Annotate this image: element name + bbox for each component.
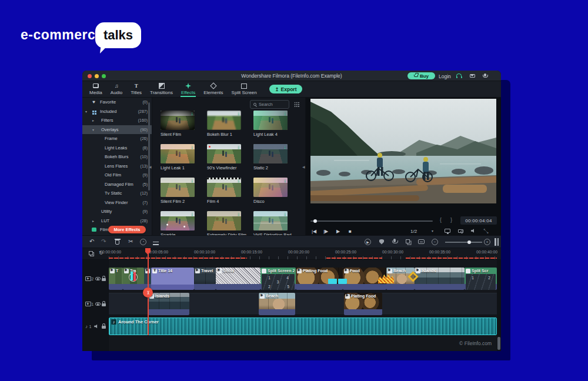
next-frame-button[interactable]: |▶ <box>323 229 328 234</box>
buy-button[interactable]: Buy <box>407 72 435 79</box>
timeline-clip[interactable]: Islands <box>148 293 189 315</box>
timeline-clip[interactable]: Beach <box>259 293 295 315</box>
effect-thumbnail[interactable]: ↓ <box>161 111 195 130</box>
timeline-zoom-slider[interactable] <box>445 242 482 243</box>
lock-track-icon[interactable] <box>102 278 106 282</box>
sidebar-category-item[interactable]: Filmstock More Effects <box>82 225 152 235</box>
record-voiceover-icon[interactable] <box>393 239 396 242</box>
download-icon[interactable]: ↓ <box>191 144 194 150</box>
timeline-clip[interactable]: Title 14 <box>151 268 194 290</box>
marker-icon[interactable] <box>418 239 425 244</box>
effect-item[interactable]: ↓ Film 4 <box>207 178 241 211</box>
sidebar-category-item[interactable]: Utility (9) <box>82 207 152 216</box>
library-tab[interactable]: Titles <box>126 81 146 97</box>
library-tab[interactable]: Elements <box>199 81 227 97</box>
download-icon[interactable]: ↓ <box>238 211 240 217</box>
toggle-visibility-eye-icon[interactable] <box>95 302 101 306</box>
mark-out-icon[interactable]: } <box>450 217 452 223</box>
timeline-clip[interactable]: Tra <box>123 268 144 290</box>
timeline-clip[interactable]: Plating Food <box>296 268 343 290</box>
lock-track-icon[interactable] <box>102 326 106 329</box>
download-icon[interactable]: ↓ <box>284 211 287 217</box>
chevron-icon[interactable]: ▸ <box>92 118 94 122</box>
download-icon[interactable]: ↓ <box>238 144 240 150</box>
delete-trash-icon[interactable] <box>115 240 119 245</box>
timeline-clip[interactable]: T <box>109 268 123 290</box>
effect-item[interactable]: ↓ Light Leak 4 <box>253 111 288 144</box>
sidebar-category-item[interactable]: Damaged Film (5) <box>82 180 152 189</box>
download-icon[interactable]: ↓ <box>284 178 287 183</box>
effect-thumbnail[interactable]: ↓ <box>207 111 241 130</box>
timeline-clip[interactable]: Snow <box>216 268 260 290</box>
library-tab[interactable]: Split Screen <box>228 81 261 97</box>
effect-thumbnail[interactable]: ↓ <box>161 211 195 230</box>
track-manager-icon[interactable] <box>495 238 500 246</box>
download-icon[interactable]: ↓ <box>191 211 194 217</box>
timeline-clip[interactable]: Plating Food <box>344 293 382 315</box>
mute-speaker-icon[interactable] <box>94 325 99 329</box>
effect-thumbnail[interactable]: ↓ <box>161 144 195 163</box>
download-icon[interactable]: ↓ <box>191 111 194 116</box>
effect-thumbnail[interactable]: ↓ <box>207 178 241 197</box>
effect-item[interactable]: ↓ Silent Film <box>161 111 195 144</box>
effect-thumbnail[interactable]: ↓ <box>207 211 241 230</box>
volume-speaker-icon[interactable] <box>471 229 476 233</box>
sidebar-category-item[interactable]: Bokeh Blurs (10) <box>82 152 152 162</box>
zoom-to-fit-icon[interactable]: + <box>484 239 490 245</box>
render-preview-icon[interactable]: ▶ <box>365 239 371 245</box>
mixer-layers-icon[interactable] <box>406 239 410 243</box>
advanced-settings-icon[interactable] <box>153 239 159 245</box>
download-icon[interactable]: ↓ <box>284 144 287 150</box>
support-headset-icon[interactable] <box>456 73 462 77</box>
download-icon[interactable]: ↓ <box>238 178 240 183</box>
split-scissors-icon[interactable]: ✂ <box>128 238 133 245</box>
effect-item[interactable]: ↓ Silent Film 2 <box>161 178 195 211</box>
download-icon[interactable]: ↓ <box>238 111 240 116</box>
library-tab[interactable]: Media <box>85 81 106 97</box>
sidebar-category-item[interactable]: Frame (26) <box>82 134 152 143</box>
lock-track-icon[interactable] <box>102 303 106 307</box>
grid-view-icon[interactable] <box>294 102 299 107</box>
library-tab[interactable]: Audio <box>106 81 126 97</box>
playhead-scissors-button[interactable] <box>143 288 153 298</box>
expand-preview-icon[interactable] <box>483 228 489 233</box>
effect-thumbnail[interactable]: ↓ <box>253 211 288 230</box>
scrollbar-thumb[interactable] <box>497 337 500 350</box>
sidebar-category-item[interactable]: Old Film (9) <box>82 171 152 180</box>
effect-item[interactable]: ↓ Static 2 <box>253 144 288 178</box>
sidebar-category-item[interactable]: Tv Static (12) <box>82 189 152 198</box>
effect-item[interactable]: ↓ Light Leak 1 <box>161 144 195 178</box>
sidebar-category-item[interactable]: Light Leaks (8) <box>82 143 152 153</box>
zoom-out-icon[interactable]: − <box>432 239 438 245</box>
effect-item[interactable]: ↓ Disco <box>253 178 288 211</box>
speed-dropdown-chevron-icon[interactable]: ▾ <box>432 229 433 233</box>
sidebar-category-item[interactable]: Lens Flares (13) <box>82 162 152 171</box>
audio-clip[interactable]: Around The Corner <box>109 317 497 335</box>
search-box[interactable] <box>250 100 289 109</box>
timeline-vertical-scrollbar[interactable] <box>497 260 501 351</box>
timeline-clip[interactable]: Travel <box>194 268 216 290</box>
login-button[interactable]: Login <box>439 73 451 79</box>
effect-thumbnail[interactable]: ↓ <box>253 178 288 197</box>
effect-thumbnail[interactable]: ↓ <box>161 178 195 197</box>
download-icon[interactable]: ↓ <box>191 178 194 183</box>
sidebar-category-item[interactable]: ▸ LUT (28) <box>82 216 152 226</box>
sidebar-category-item[interactable]: ▾ Included (287) <box>82 107 152 116</box>
stop-button[interactable]: ■ <box>349 229 352 234</box>
effect-thumbnail[interactable]: ↓ <box>207 144 241 163</box>
library-tab[interactable]: Transitions <box>146 81 177 97</box>
effect-thumbnail[interactable]: ↓ <box>253 111 288 130</box>
playback-speed-select[interactable]: 1/2 <box>410 229 417 234</box>
chevron-icon[interactable]: ▾ <box>85 109 87 113</box>
library-tab[interactable]: Effects <box>177 81 199 97</box>
timeline-clip[interactable]: 12 Split Scr <box>465 268 497 290</box>
preview-seek-handle[interactable] <box>313 219 317 223</box>
sidebar-category-item[interactable]: Favorite (0) <box>82 98 152 107</box>
timeline-zoom-handle[interactable] <box>467 240 471 244</box>
fullscreen-monitor-icon[interactable] <box>445 229 450 233</box>
redo-icon[interactable]: ↷ <box>101 238 106 245</box>
timeline-clip[interactable]: 14325 Split Screen 26 <box>260 268 296 290</box>
record-mic-icon[interactable] <box>484 73 486 76</box>
chevron-icon[interactable]: ▾ <box>92 128 94 132</box>
snapshot-camera-icon[interactable] <box>458 229 463 233</box>
